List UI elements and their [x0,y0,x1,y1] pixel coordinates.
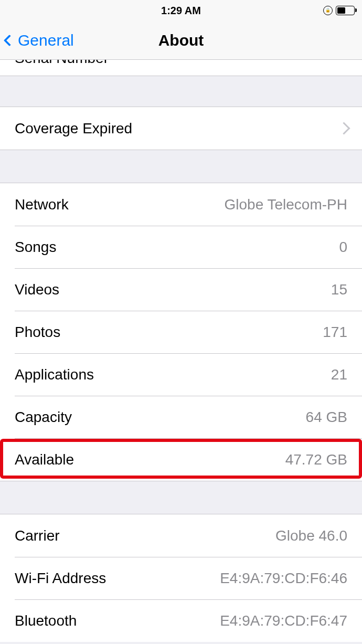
row-bluetooth[interactable]: Bluetooth E4:9A:79:CD:F6:47 [0,599,362,642]
available-label: Available [15,451,74,468]
serial-group-partial: Serial Number [0,60,362,76]
serial-label: Serial Number [15,60,109,67]
row-carrier[interactable]: Carrier Globe 46.0 [0,514,362,557]
status-bar: 1:29 AM 🔒 [0,0,362,21]
wifi-label: Wi-Fi Address [15,570,106,587]
network-label: Network [15,196,69,213]
nav-bar: General About [0,21,362,60]
capacity-label: Capacity [15,409,72,426]
content: Serial Number Coverage Expired Network G… [0,60,362,642]
network-info-group: Carrier Globe 46.0 Wi-Fi Address E4:9A:7… [0,514,362,642]
row-videos[interactable]: Videos 15 [0,268,362,311]
svg-text:🔒: 🔒 [325,8,331,13]
row-applications[interactable]: Applications 21 [0,353,362,396]
songs-label: Songs [15,239,56,256]
back-button[interactable]: General [5,31,74,49]
row-serial-number[interactable]: Serial Number [0,60,362,76]
row-capacity[interactable]: Capacity 64 GB [0,396,362,438]
battery-icon [336,6,355,15]
videos-label: Videos [15,281,59,298]
videos-value: 15 [331,281,347,298]
row-available[interactable]: Available 47.72 GB [0,438,362,481]
row-photos[interactable]: Photos 171 [0,311,362,353]
carrier-label: Carrier [15,527,60,544]
back-label: General [18,31,74,49]
group-spacer [0,76,362,107]
status-right: 🔒 [323,6,355,15]
row-network[interactable]: Network Globe Telecom-PH [0,183,362,226]
network-value: Globe Telecom-PH [225,196,347,213]
row-wifi-address[interactable]: Wi-Fi Address E4:9A:79:CD:F6:46 [0,557,362,599]
row-songs[interactable]: Songs 0 [0,226,362,268]
group-spacer [0,150,362,183]
photos-label: Photos [15,324,60,341]
coverage-label: Coverage Expired [15,120,132,137]
capacity-value: 64 GB [306,409,347,426]
status-time: 1:29 AM [161,5,201,17]
orientation-lock-icon: 🔒 [323,6,333,15]
chevron-left-icon [4,34,16,46]
page-title: About [158,31,204,49]
bluetooth-value: E4:9A:79:CD:F6:47 [220,613,347,629]
row-coverage[interactable]: Coverage Expired [0,107,362,150]
bluetooth-label: Bluetooth [15,613,77,629]
coverage-group: Coverage Expired [0,107,362,150]
applications-value: 21 [331,366,347,383]
carrier-value: Globe 46.0 [275,527,347,544]
group-spacer [0,481,362,514]
songs-value: 0 [339,239,347,256]
wifi-value: E4:9A:79:CD:F6:46 [220,570,347,587]
device-info-group: Network Globe Telecom-PH Songs 0 Videos … [0,183,362,481]
applications-label: Applications [15,366,94,383]
photos-value: 171 [323,324,347,341]
available-value: 47.72 GB [285,451,347,468]
